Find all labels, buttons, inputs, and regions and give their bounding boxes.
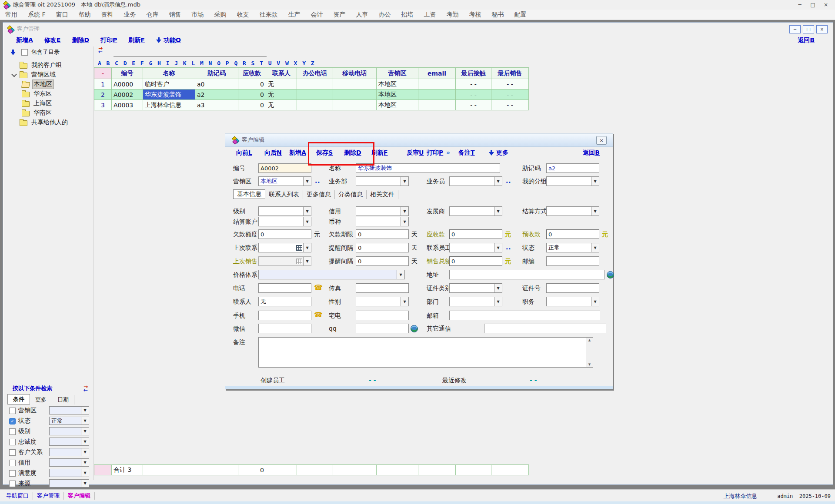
dropdown-arrow-icon[interactable]: ▼	[81, 469, 89, 477]
select-发展商[interactable]: ▼	[449, 206, 502, 216]
grid-cell[interactable]: 无	[266, 100, 297, 110]
grid-header-11[interactable]: 最后销售	[491, 68, 529, 79]
dropdown-arrow-icon[interactable]: ▼	[494, 243, 502, 252]
globe-icon[interactable]	[411, 325, 418, 332]
input-其它通信[interactable]	[484, 324, 606, 333]
alpha-G[interactable]: G	[147, 60, 155, 66]
input-名称[interactable]: 华东捷波装饰	[356, 163, 500, 173]
alpha-J[interactable]: J	[172, 60, 180, 66]
table-row[interactable]: 2A0002华东捷波装饰a20无本地区- -- -	[94, 90, 529, 100]
input-证件号[interactable]	[546, 283, 599, 293]
alpha-S[interactable]: S	[249, 60, 257, 66]
dialog-back-button[interactable]: 返回B	[583, 149, 600, 157]
alpha-Q[interactable]: Q	[232, 60, 240, 66]
input-应收款[interactable]: 0	[449, 229, 502, 239]
grid-cell[interactable]: 上海林伞信息	[143, 100, 195, 110]
input-手机[interactable]	[258, 311, 311, 320]
select-我的分组[interactable]: ▼	[546, 176, 599, 186]
toolbar-item-4[interactable]: 刷新F	[128, 36, 145, 44]
alpha-B[interactable]: B	[104, 60, 113, 66]
taskbar-tab-2[interactable]: 客户编辑	[64, 492, 95, 500]
grid-cell[interactable]: 本地区	[377, 79, 418, 90]
close-icon[interactable]: ×	[819, 2, 832, 8]
input-销售总额[interactable]: 0	[449, 256, 502, 266]
menu-item-4[interactable]: 资料	[96, 11, 119, 19]
select-联系员工[interactable]: ▼	[449, 243, 502, 252]
grid-cell[interactable]: A0000	[112, 79, 143, 90]
menu-item-20[interactable]: 考核	[464, 11, 487, 19]
condition-checkbox-4[interactable]	[9, 449, 16, 456]
grid-cell[interactable]	[297, 79, 333, 90]
condition-checkbox-2[interactable]	[9, 428, 16, 435]
alpha-R[interactable]: R	[240, 60, 249, 66]
alpha-L[interactable]: L	[189, 60, 198, 66]
dropdown-arrow-icon[interactable]: ▼	[397, 270, 404, 279]
tree-item-6[interactable]: 共享给他人的	[4, 118, 94, 127]
condition-select-7[interactable]: ▼	[49, 479, 89, 487]
toolbar-item-1[interactable]: 修改E	[44, 36, 61, 44]
taskbar-tab-0[interactable]: 导航窗口	[2, 492, 33, 500]
dropdown-arrow-icon[interactable]: ▼	[303, 177, 311, 186]
grid-cell[interactable]: - -	[456, 79, 491, 90]
condition-checkbox-7[interactable]	[9, 481, 16, 487]
menu-item-0[interactable]: 常用	[0, 11, 23, 19]
input-欠款额度[interactable]: 0	[258, 229, 311, 239]
grid-cell[interactable]: - -	[456, 100, 491, 110]
condition-checkbox-3[interactable]	[9, 439, 16, 445]
grid-header-7[interactable]: 移动电话	[333, 68, 377, 79]
dropdown-arrow-icon[interactable]: ▼	[303, 243, 311, 252]
menu-item-5[interactable]: 业务	[119, 11, 141, 19]
grid-cell[interactable]	[297, 90, 333, 100]
grid-cell[interactable]	[333, 90, 377, 100]
grid-cell[interactable]: 2	[94, 90, 112, 100]
select-结算方式[interactable]: ▼	[546, 206, 599, 216]
grid-cell[interactable]: 0	[238, 100, 266, 110]
dropdown-arrow-icon[interactable]: ▼	[401, 207, 408, 216]
grid-cell[interactable]: 0	[238, 90, 266, 100]
more-options-dots[interactable]: ..	[315, 177, 321, 184]
dialog-toolbar-item-2[interactable]: 新增A	[289, 149, 306, 157]
menu-item-13[interactable]: 会计	[306, 11, 328, 19]
memo-scrollbar[interactable]: ▲▼	[586, 338, 593, 367]
dialog-close-icon[interactable]: ×	[596, 136, 607, 145]
condition-select-4[interactable]: ▼	[49, 448, 89, 456]
minimize-icon[interactable]: ─	[793, 2, 806, 8]
input-电话[interactable]	[258, 283, 311, 293]
menu-item-3[interactable]: 帮助	[73, 11, 96, 19]
taskbar-tab-1[interactable]: 客户管理	[33, 492, 64, 500]
tree-item-2[interactable]: 本地区	[4, 80, 94, 89]
input-欠款期限[interactable]: 0	[356, 229, 409, 239]
menu-item-14[interactable]: 资产	[328, 11, 351, 19]
menu-item-18[interactable]: 工资	[419, 11, 441, 19]
grid-cell[interactable]: a0	[195, 79, 238, 90]
alpha-Z[interactable]: Z	[308, 60, 317, 66]
select-证件类别[interactable]: ▼	[449, 283, 502, 293]
condition-select-0[interactable]: ▼	[49, 406, 89, 414]
include-subdir-checkbox[interactable]	[21, 49, 28, 56]
grid-cell[interactable]: 华东捷波装饰	[143, 90, 195, 100]
phone-icon[interactable]: ☎	[314, 311, 323, 319]
dropdown-arrow-icon[interactable]: ▼	[81, 428, 89, 435]
alpha-F[interactable]: F	[138, 60, 147, 66]
select-状态[interactable]: 正常▼	[546, 243, 599, 252]
alpha-T[interactable]: T	[257, 60, 266, 66]
input-宅电[interactable]	[356, 311, 409, 320]
condition-select-5[interactable]: ▼	[49, 458, 89, 467]
grid-cell[interactable]: A0002	[112, 90, 143, 100]
child-minimize-icon[interactable]: ─	[789, 25, 801, 33]
input-传真[interactable]	[356, 283, 409, 293]
dropdown-arrow-icon[interactable]: ▼	[494, 284, 502, 292]
toolbar-item-3[interactable]: 打印P	[100, 36, 117, 44]
condition-checkbox-6[interactable]	[9, 470, 16, 477]
grid-cell[interactable]: 0	[238, 79, 266, 90]
grid-cell[interactable]: 本地区	[377, 100, 418, 110]
menu-item-21[interactable]: 秘书	[487, 11, 509, 19]
dialog-toolbar-item-7[interactable]: 打印P	[427, 149, 443, 157]
grid-cell[interactable]: a3	[195, 100, 238, 110]
grid-cell[interactable]: A0003	[112, 100, 143, 110]
search-tab-0[interactable]: 条件	[7, 394, 30, 405]
condition-checkbox-1[interactable]: ✓	[9, 418, 16, 424]
tree-item-3[interactable]: 华东区	[4, 89, 94, 99]
input-提醒间隔[interactable]: 0	[356, 256, 409, 266]
dialog-tab-4[interactable]: 相关文件	[367, 190, 398, 199]
